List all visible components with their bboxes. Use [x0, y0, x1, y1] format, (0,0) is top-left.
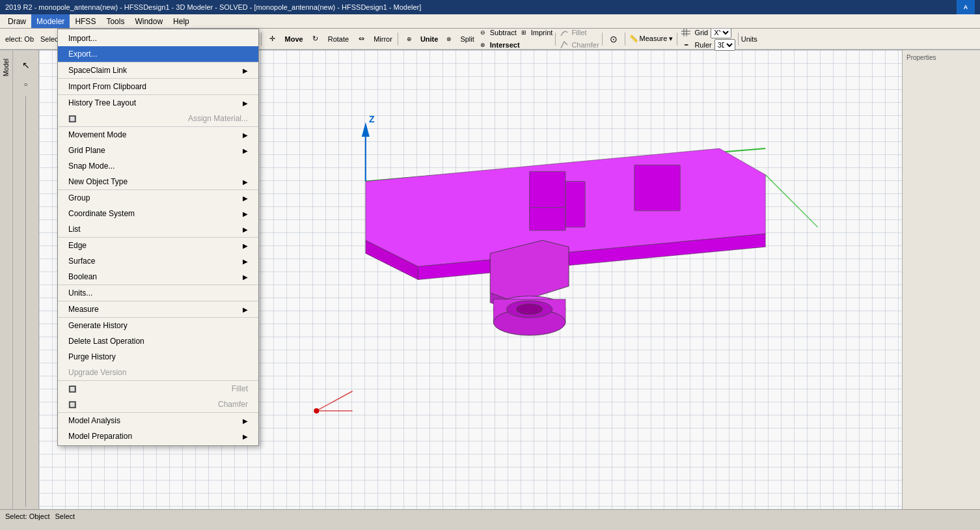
menu-section-11: 🔲 Fillet 🔲 Chamfer: [58, 381, 258, 413]
unite-icon: ⊕: [407, 36, 412, 42]
move-label: Move: [282, 35, 306, 43]
svg-line-29: [765, 174, 818, 227]
menu-edge[interactable]: Edge ▶: [58, 238, 258, 253]
rotate-btn[interactable]: ↻: [307, 31, 324, 47]
svg-marker-12: [362, 122, 370, 137]
sep8: [625, 33, 625, 46]
menu-history-tree[interactable]: History Tree Layout ▶: [58, 95, 258, 111]
menu-section-2: SpaceClaim Link ▶: [58, 63, 258, 79]
menu-model-analysis[interactable]: Model Analysis ▶: [58, 413, 258, 428]
modeler-menu-overlay: Import... Export... SpaceClaim Link ▶ Im…: [57, 29, 259, 446]
sep5: [398, 33, 398, 46]
select-obj-label: elect: Ob: [3, 35, 36, 43]
menu-model-preparation[interactable]: Model Preparation ▶: [58, 428, 258, 444]
menu-purge-history[interactable]: Purge History: [58, 349, 258, 365]
menu-tools[interactable]: Tools: [101, 14, 129, 28]
chamfer-label: Chamfer: [571, 41, 599, 49]
dim-select[interactable]: 3D2D: [715, 39, 735, 51]
menu-hfss[interactable]: HFSS: [70, 14, 101, 28]
3d-rotate-icon: ⊙: [610, 34, 618, 44]
right-panel: Properties: [902, 50, 980, 509]
menu-window[interactable]: Window: [129, 14, 168, 28]
menu-snap-mode[interactable]: Snap Mode...: [58, 158, 258, 174]
status-select: Select: [55, 512, 75, 520]
chamfer-btn[interactable]: [558, 39, 570, 51]
right-panel-label: Properties: [905, 53, 977, 63]
menu-import[interactable]: Import...: [58, 31, 258, 46]
menu-surface[interactable]: Surface ▶: [58, 253, 258, 269]
left-sep: [25, 96, 26, 507]
menu-movement-mode[interactable]: Movement Mode ▶: [58, 127, 258, 143]
assign-material-icon: 🔲: [68, 115, 76, 122]
split-btn[interactable]: ⊗: [441, 31, 457, 47]
3d-rotate-btn[interactable]: ⊙: [605, 31, 622, 47]
imprint-label: Imprint: [531, 29, 553, 36]
fillet-menu-icon: 🔲: [68, 385, 76, 393]
menu-upgrade-version: Upgrade Version: [58, 365, 258, 380]
model-tab[interactable]: Model: [0, 53, 12, 82]
left-tool-1[interactable]: ↖: [17, 57, 35, 74]
menu-spaceclaim[interactable]: SpaceClaim Link ▶: [58, 63, 258, 78]
menu-export[interactable]: Export...: [58, 46, 258, 62]
intersect-btn[interactable]: ⊗: [477, 39, 489, 51]
menu-section-4: History Tree Layout ▶ 🔲 Assign Material.…: [58, 95, 258, 127]
ruler-label: Ruler: [694, 41, 711, 49]
menu-grid-plane[interactable]: Grid Plane ▶: [58, 143, 258, 158]
menu-measure[interactable]: Measure ▶: [58, 301, 258, 317]
surface-arrow: ▶: [243, 258, 248, 265]
unite-btn[interactable]: ⊕: [401, 31, 418, 47]
svg-rect-20: [565, 181, 585, 227]
left-tool-2[interactable]: ○: [17, 76, 35, 93]
menu-fillet: 🔲 Fillet: [58, 381, 258, 397]
split-icon: ⊗: [446, 36, 452, 42]
menu-units[interactable]: Units...: [58, 285, 258, 301]
move-icon: ✛: [269, 35, 275, 43]
measure-arrow: ▶: [243, 306, 248, 313]
left-tools-panel: ↖ ○: [13, 50, 39, 509]
unite-label: Unite: [419, 35, 440, 43]
status-select-obj: Select: Object: [5, 512, 49, 520]
menu-list[interactable]: List ▶: [58, 221, 258, 237]
movement-mode-arrow: ▶: [243, 132, 248, 139]
svg-text:Z: Z: [369, 114, 375, 124]
history-tree-arrow: ▶: [243, 100, 248, 107]
edge-arrow: ▶: [243, 242, 248, 249]
title-bar: 2019 R2 - monopole_antenna(new) - HFSSDe…: [0, 0, 980, 14]
menu-coordinate-system[interactable]: Coordinate System ▶: [58, 206, 258, 221]
menu-group[interactable]: Group ▶: [58, 190, 258, 206]
move-btn[interactable]: ✛: [264, 31, 281, 47]
menu-draw[interactable]: Draw: [3, 14, 31, 28]
measure-dropdown[interactable]: 📏 Measure ▾: [628, 31, 675, 47]
menu-delete-last[interactable]: Delete Last Operation: [58, 333, 258, 349]
menu-section-7: Edge ▶ Surface ▶ Boolean ▶: [58, 238, 258, 285]
mirror-btn[interactable]: ⇔: [353, 31, 370, 47]
menu-section-8: Units...: [58, 285, 258, 301]
model-preparation-arrow: ▶: [243, 433, 248, 440]
ruler-toggle-btn[interactable]: ━: [680, 40, 692, 50]
select-icon: ○: [23, 81, 27, 88]
ruler-icon: ━: [685, 42, 688, 48]
svg-rect-21: [634, 165, 680, 211]
svg-point-10: [314, 408, 319, 413]
intersect-icon: ⊗: [480, 42, 485, 48]
grid-toggle-btn[interactable]: [680, 27, 692, 38]
menu-modeler[interactable]: Modeler: [31, 14, 70, 28]
status-bar: Select: Object Select: [0, 509, 980, 522]
list-arrow: ▶: [243, 226, 248, 233]
chamfer-icon: [560, 40, 569, 49]
mirror-icon: ⇔: [359, 35, 364, 43]
menu-import-clipboard[interactable]: Import From Clipboard: [58, 79, 258, 94]
menu-section-1: Import... Export...: [58, 31, 258, 63]
side-tabs: Model: [0, 50, 13, 509]
menu-new-object-type[interactable]: New Object Type ▶: [58, 174, 258, 189]
sep6: [555, 33, 556, 46]
boolean-arrow: ▶: [243, 273, 248, 281]
measure-icon: 📏: [629, 35, 638, 43]
menu-help[interactable]: Help: [168, 14, 195, 28]
menu-boolean[interactable]: Boolean ▶: [58, 269, 258, 285]
model-analysis-arrow: ▶: [243, 417, 248, 425]
rotate-icon: ↻: [312, 35, 318, 43]
menu-generate-history[interactable]: Generate History: [58, 318, 258, 333]
coordinate-system-arrow: ▶: [243, 210, 248, 217]
svg-rect-18: [530, 171, 565, 210]
